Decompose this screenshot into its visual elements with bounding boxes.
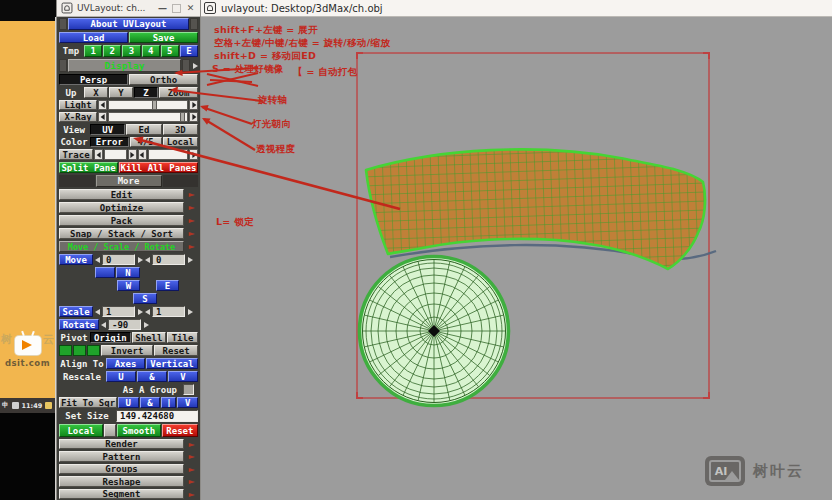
close-icon[interactable]: ✕ <box>185 3 196 13</box>
trace-slider2-left-icon[interactable] <box>138 149 147 160</box>
as-a-group-checkbox[interactable] <box>183 384 194 395</box>
rescale-amp-button[interactable]: & <box>137 371 167 382</box>
trace-button[interactable]: Trace <box>59 149 93 160</box>
rotate-button[interactable]: Rotate <box>59 319 99 330</box>
groups-arrow-icon[interactable]: ► <box>185 464 198 474</box>
tray-icon[interactable] <box>12 402 19 409</box>
invert-button[interactable]: Invert <box>101 345 153 356</box>
main-window-titlebar[interactable]: uvlayout: Desktop/3dMax/ch.obj <box>198 0 832 17</box>
split-pane-button[interactable]: Split Pane <box>59 162 118 173</box>
xray-button[interactable]: X-Ray <box>59 112 97 122</box>
dir-blank-button[interactable] <box>95 267 115 278</box>
align-vertical-button[interactable]: Vertical <box>146 358 198 369</box>
move-button[interactable]: Move <box>59 254 93 265</box>
dir-west-button[interactable]: W <box>117 280 140 291</box>
render-arrow-icon[interactable]: ► <box>185 439 198 449</box>
display-expand-icon[interactable] <box>191 59 198 72</box>
save-button[interactable]: Save <box>129 32 198 43</box>
minimize-icon[interactable]: — <box>157 3 168 13</box>
move-x-dec-icon[interactable] <box>94 254 101 265</box>
reshape-arrow-icon[interactable]: ► <box>185 476 198 487</box>
pivot-shell-button[interactable]: Shell <box>132 332 166 343</box>
local-spacer-button[interactable] <box>104 424 116 437</box>
load-button[interactable]: Load <box>59 32 128 43</box>
pivot-swatch-2[interactable] <box>73 345 86 356</box>
dir-east-button[interactable]: E <box>156 280 179 291</box>
pivot-tile-button[interactable]: Tile <box>167 332 198 343</box>
dir-south-button[interactable]: S <box>133 293 157 304</box>
move-x-inc-icon[interactable] <box>136 254 143 265</box>
ortho-button[interactable]: Ortho <box>129 74 198 85</box>
trace-slider1-right-icon[interactable] <box>128 149 137 160</box>
scale-y-dec-icon[interactable] <box>144 306 151 317</box>
taskbar[interactable]: 中 11:49 <box>0 398 55 413</box>
more-button[interactable]: More <box>96 175 162 187</box>
edit-arrow-icon[interactable]: ► <box>185 189 198 200</box>
light-slider-right-icon[interactable] <box>189 100 198 110</box>
fit-to-sqr-button[interactable]: Fit To Sqr <box>59 397 117 408</box>
xray-slider-left-icon[interactable] <box>98 112 107 122</box>
chat-icon[interactable] <box>45 402 52 409</box>
rescale-v-button[interactable]: V <box>168 371 198 382</box>
smooth-button[interactable]: Smooth <box>117 424 161 437</box>
scale-y-field[interactable]: 1 <box>152 306 185 317</box>
display-section-header[interactable]: Display <box>68 59 181 72</box>
msr-arrow-icon[interactable]: ► <box>185 241 198 252</box>
move-scale-rotate-header[interactable]: Move / Scale / Rotate <box>59 241 184 252</box>
uv-viewport[interactable] <box>200 17 832 500</box>
rotate-field[interactable]: -90 <box>108 319 141 330</box>
xray-slider-right-icon[interactable] <box>189 112 198 122</box>
panel-titlebar[interactable]: UVLayout: ch... — ✕ <box>57 0 200 17</box>
tmp-button-4[interactable]: 4 <box>142 45 160 57</box>
tmp-button-3[interactable]: 3 <box>122 45 140 57</box>
snap-arrow-icon[interactable]: ► <box>185 228 198 239</box>
scale-x-inc-icon[interactable] <box>136 306 143 317</box>
tmp-button-2[interactable]: 2 <box>103 45 121 57</box>
rotate-dec-icon[interactable] <box>100 319 107 330</box>
menu-pack-button[interactable]: Pack <box>59 215 184 226</box>
trace-slider2[interactable] <box>148 149 188 160</box>
restore-icon[interactable] <box>172 4 181 13</box>
pivot-swatch-3[interactable] <box>87 345 100 356</box>
view-3d-button[interactable]: 3D <box>163 124 198 135</box>
align-axes-button[interactable]: Axes <box>106 358 145 369</box>
trace-slider1[interactable] <box>104 149 127 160</box>
about-uvlayout-button[interactable]: About UVLayout <box>68 18 189 30</box>
pivot-origin-button[interactable]: Origin <box>90 332 131 343</box>
reset-smooth-button[interactable]: Reset <box>162 424 198 437</box>
color-45-button[interactable]: 4/5 <box>130 137 162 147</box>
pack-arrow-icon[interactable]: ► <box>185 215 198 226</box>
menu-render-button[interactable]: Render <box>59 439 184 449</box>
fit-u-button[interactable]: U <box>118 397 139 408</box>
set-size-field[interactable]: 149.424680 <box>116 410 198 422</box>
rotate-inc-icon[interactable] <box>142 319 149 330</box>
up-zoom-button[interactable]: Zoom <box>159 87 198 98</box>
ime-indicator[interactable]: 中 <box>2 401 9 410</box>
xray-slider[interactable] <box>108 112 188 122</box>
menu-pattern-button[interactable]: Pattern <box>59 451 184 462</box>
persp-button[interactable]: Persp <box>59 74 128 85</box>
dir-north-button[interactable]: N <box>116 267 140 278</box>
kill-all-panes-button[interactable]: Kill All Panes <box>119 162 198 173</box>
move-x-field[interactable]: 0 <box>102 254 135 265</box>
menu-segment-button[interactable]: Segment <box>59 489 184 499</box>
tmp-button-5[interactable]: 5 <box>161 45 179 57</box>
light-slider-left-icon[interactable] <box>98 100 107 110</box>
view-ed-button[interactable]: Ed <box>126 124 161 135</box>
rescale-u-button[interactable]: U <box>106 371 136 382</box>
pattern-arrow-icon[interactable]: ► <box>185 451 198 462</box>
clock[interactable]: 11:49 <box>22 402 43 410</box>
trace-slider1-left-icon[interactable] <box>94 149 103 160</box>
menu-snap-stack-sort-button[interactable]: Snap / Stack / Sort <box>59 228 184 239</box>
color-local-button[interactable]: Local <box>163 137 198 147</box>
scale-y-inc-icon[interactable] <box>186 306 193 317</box>
color-error-button[interactable]: Error <box>90 137 129 147</box>
segment-arrow-icon[interactable]: ► <box>185 489 198 499</box>
menu-optimize-button[interactable]: Optimize <box>59 202 184 213</box>
tmp-button-1[interactable]: 1 <box>84 45 102 57</box>
fit-bar-button[interactable]: | <box>161 397 176 408</box>
fit-v-button[interactable]: V <box>177 397 198 408</box>
scale-x-field[interactable]: 1 <box>102 306 135 317</box>
fit-amp-button[interactable]: & <box>140 397 161 408</box>
local-button[interactable]: Local <box>59 424 103 437</box>
